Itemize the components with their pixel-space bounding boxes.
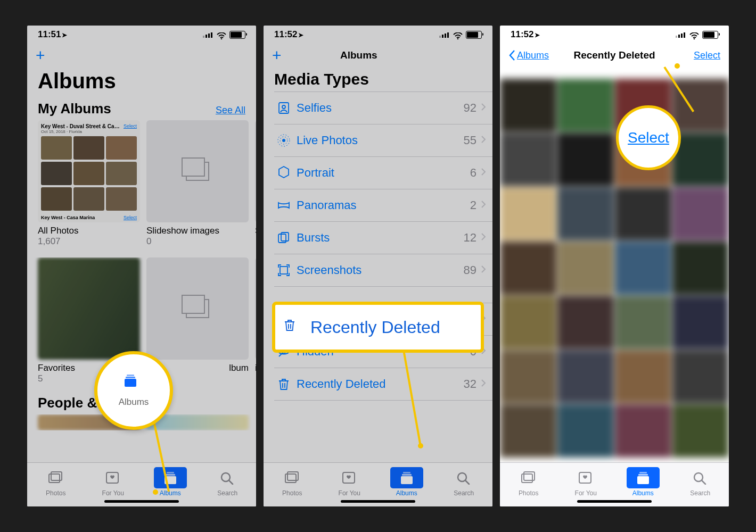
statusbar: 11:51➤ [27,26,256,44]
albums-icon [122,373,145,393]
callout-dot [153,489,158,495]
section-media-types: Media Types [264,67,492,92]
location-icon: ➤ [535,31,540,39]
heart-icon [578,471,594,485]
screen2-media-types: 11:52➤ +Albums Media Types Selfies92Live… [264,26,492,506]
placeholder-icon [186,299,209,318]
section-my-albums: My Albums See All [27,97,256,120]
album-peek2[interactable]: iP [255,257,256,384]
heart-icon [341,471,357,485]
navbar: Albums Recently Deleted Select [500,44,729,67]
tab-search[interactable]: Search [672,463,729,506]
signal-icon [439,31,450,38]
list-item-portrait[interactable]: Portrait6 [274,157,492,189]
photos-icon [48,471,64,485]
see-all-link[interactable]: See All [216,105,245,116]
search-icon [219,471,235,485]
location-icon: ➤ [298,31,303,39]
highlight-select: Select [616,105,681,170]
photos-icon [521,471,537,485]
heart-icon [105,471,121,485]
nav-title: Recently Deleted [573,49,655,61]
chevron-right-icon [481,168,486,178]
search-icon [692,471,708,485]
statusbar: 11:52➤ [500,26,729,44]
chevron-right-icon [481,103,486,113]
wifi-icon [453,31,463,38]
tab-photos[interactable]: Photos [27,463,85,506]
nav-title: Albums [340,49,377,61]
highlight-albums-tab: Albums [94,351,173,430]
location-icon: ➤ [62,31,67,39]
photos-icon [284,471,300,485]
time: 11:52 [511,29,533,39]
select-button[interactable]: Select [672,50,720,61]
add-button[interactable]: + [272,47,282,63]
bursts-icon [274,231,293,245]
deleted-photos-grid[interactable] [500,79,729,463]
trash-icon [274,377,293,391]
tab-search[interactable]: Search [199,463,257,506]
home-indicator [341,500,415,503]
statusbar: 11:52➤ [264,26,492,44]
tab-photos[interactable]: Photos [500,463,557,506]
screen3-recently-deleted: 11:52➤ Albums Recently Deleted Select Ph… [500,26,729,506]
highlight-recently-deleted: Recently Deleted [272,302,484,353]
pano-icon [274,198,293,212]
home-indicator [104,500,179,503]
list-item-pano[interactable]: Panoramas2 [274,189,492,222]
chevron-right-icon [481,265,486,276]
callout-dot [675,63,680,69]
chevron-right-icon [481,135,486,146]
battery-icon [702,31,718,39]
selfies-icon [274,101,293,115]
list-item-selfies[interactable]: Selfies92 [274,92,492,124]
add-button[interactable]: + [36,47,45,63]
album-row-1: Key West - Duval Street & Ca…Oct 15, 201… [27,120,256,247]
search-icon [456,471,472,485]
list-item-bursts[interactable]: Bursts12 [274,222,492,254]
signal-icon [676,31,686,38]
home-indicator [577,500,652,503]
albums-icon [162,471,178,485]
albums-icon [635,471,651,485]
signal-icon [203,31,213,38]
battery-icon [466,31,482,39]
albums-icon [399,471,415,485]
album-slideshow[interactable]: Slideshow images 0 [146,120,249,247]
tutorial-triple-screenshot: 11:51➤ + Albums My Albums See All Key We… [0,0,756,532]
live-icon [274,134,293,147]
battery-icon [229,31,245,39]
placeholder-icon [186,162,209,181]
list-item-live[interactable]: Live Photos55 [274,124,492,157]
album-all-photos[interactable]: Key West - Duval Street & Ca…Oct 15, 201… [38,120,140,247]
navbar: +Albums [264,44,492,67]
time: 11:52 [274,29,297,39]
time: 11:51 [38,29,61,39]
portrait-icon [274,166,293,180]
album-peek[interactable]: S [255,120,256,247]
back-button[interactable]: Albums [508,49,556,61]
list-item-trash[interactable]: Recently Deleted32 [274,368,492,401]
screen1-albums: 11:51➤ + Albums My Albums See All Key We… [27,26,256,506]
page-title: Albums [27,67,256,97]
wifi-icon [689,31,699,38]
tab-photos[interactable]: Photos [264,463,321,506]
tab-search[interactable]: Search [435,463,493,506]
media-types-list: Selfies92Live Photos55Portrait6Panoramas… [264,92,492,287]
chevron-back-icon [508,49,516,61]
navbar: + [27,44,256,67]
screenshots-icon [274,263,293,277]
list-item-screenshots[interactable]: Screenshots89 [274,254,492,287]
wifi-icon [217,31,226,38]
chevron-right-icon [481,232,486,243]
chevron-right-icon [481,200,486,211]
callout-dot [418,443,423,448]
trash-icon [283,318,301,336]
chevron-right-icon [481,379,486,389]
